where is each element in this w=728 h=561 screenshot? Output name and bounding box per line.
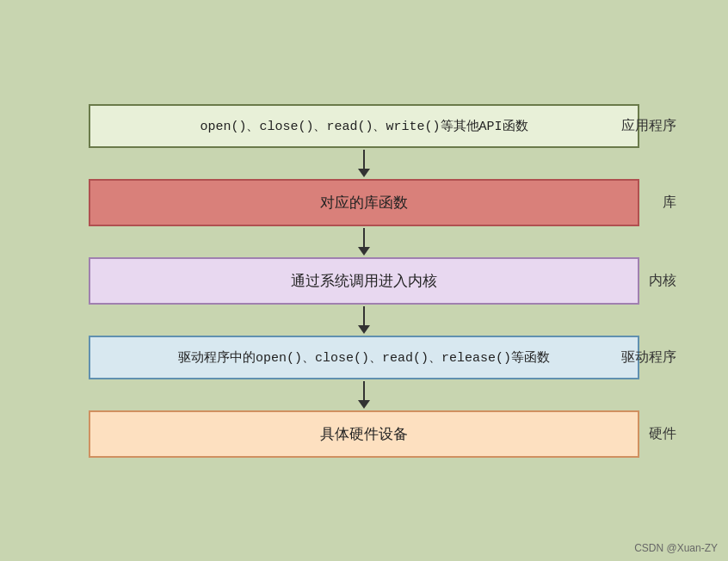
arrow-line-2 bbox=[363, 228, 365, 247]
arrow-head-2 bbox=[358, 247, 370, 256]
row-app: open()、close()、read()、write()等其他API函数 应用… bbox=[0, 104, 728, 148]
box-app-text: open()、close()、read()、write()等其他API函数 bbox=[200, 120, 527, 134]
box-kernel-text: 通过系统调用进入内核 bbox=[291, 273, 437, 289]
label-lib: 库 bbox=[663, 194, 676, 212]
arrow-head-3 bbox=[358, 325, 370, 334]
box-hw-text: 具体硬件设备 bbox=[320, 426, 408, 442]
arrow-1 bbox=[0, 148, 728, 179]
label-app: 应用程序 bbox=[621, 117, 676, 135]
arrow-head-4 bbox=[358, 400, 370, 409]
row-hw: 具体硬件设备 硬件 bbox=[0, 410, 728, 458]
box-lib-text: 对应的库函数 bbox=[320, 194, 408, 211]
label-driver: 驱动程序 bbox=[621, 348, 676, 367]
label-kernel: 内核 bbox=[649, 272, 676, 290]
row-driver: 驱动程序中的open()、close()、read()、release()等函数… bbox=[0, 336, 728, 379]
arrow-line-1 bbox=[363, 150, 365, 169]
arrow-line-3 bbox=[363, 306, 365, 325]
arrow-2 bbox=[0, 226, 728, 257]
diagram-container: open()、close()、read()、write()等其他API函数 应用… bbox=[0, 0, 728, 561]
arrow-shape-4 bbox=[358, 381, 370, 409]
watermark: CSDN @Xuan-ZY bbox=[634, 542, 718, 554]
box-hw: 具体硬件设备 bbox=[89, 410, 639, 458]
arrow-shape-3 bbox=[358, 306, 370, 334]
box-driver: 驱动程序中的open()、close()、read()、release()等函数 bbox=[89, 336, 639, 379]
label-hw: 硬件 bbox=[649, 425, 676, 443]
arrow-4 bbox=[0, 379, 728, 410]
arrow-shape-1 bbox=[358, 150, 370, 177]
box-kernel: 通过系统调用进入内核 bbox=[89, 257, 639, 305]
box-app: open()、close()、read()、write()等其他API函数 bbox=[89, 104, 639, 148]
row-lib: 对应的库函数 库 bbox=[0, 179, 728, 226]
arrow-line-4 bbox=[363, 381, 365, 400]
box-driver-text: 驱动程序中的open()、close()、read()、release()等函数 bbox=[178, 351, 550, 366]
arrow-shape-2 bbox=[358, 228, 370, 256]
arrow-head-1 bbox=[358, 169, 370, 177]
box-lib: 对应的库函数 bbox=[89, 179, 639, 226]
row-kernel: 通过系统调用进入内核 内核 bbox=[0, 257, 728, 305]
arrow-3 bbox=[0, 305, 728, 336]
